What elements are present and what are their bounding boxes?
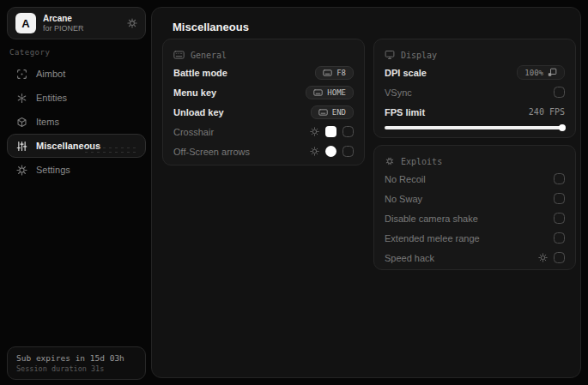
page-title: Miscellaneous (173, 21, 249, 33)
setting-label: Speed hack (385, 253, 434, 263)
setting-label: Disable camera shake (385, 214, 478, 224)
dotted-texture (83, 146, 138, 153)
main-panel: Miscellaneous General Battle mode F8 (151, 7, 581, 378)
setting-label: Extended melee range (385, 233, 480, 244)
gear-icon[interactable] (310, 127, 319, 136)
sidebar: A Arcane for PIONER Category Aimbot (0, 0, 151, 385)
setting-row-no-recoil: No Recoil (385, 169, 565, 189)
keyboard-icon (313, 89, 323, 96)
scale-icon (548, 68, 557, 77)
setting-label: DPI scale (385, 68, 427, 78)
setting-row-fps-limit: FPS limit 240 FPS (385, 102, 565, 122)
setting-row-vsync: VSync (385, 82, 565, 102)
setting-row-speed-hack: Speed hack (385, 248, 565, 268)
entities-icon (16, 93, 27, 104)
sidebar-item-aimbot[interactable]: Aimbot (7, 62, 146, 86)
setting-label: Battle mode (173, 68, 227, 78)
setting-row-unload-key: Unload key END (173, 102, 354, 122)
setting-row-no-sway: No Sway (385, 189, 565, 208)
color-swatch[interactable] (325, 126, 336, 137)
offscreen-arrows-checkbox[interactable] (342, 146, 354, 157)
disable-camera-shake-checkbox[interactable] (554, 213, 565, 224)
brand-card: A Arcane for PIONER (7, 7, 146, 39)
monitor-icon (385, 50, 395, 60)
display-section-card: Display DPI scale 100% VSync FPS l (373, 39, 576, 138)
dpi-scale-select[interactable]: 100% (517, 65, 565, 80)
setting-row-dpi-scale: DPI scale 100% (385, 63, 565, 82)
general-section-card: General Battle mode F8 Menu key HOME (162, 39, 365, 165)
display-section-header: Display (385, 47, 565, 63)
app-subtitle: for PIONER (43, 24, 120, 33)
keybind-button-unload-key[interactable]: END (311, 105, 354, 119)
sidebar-item-entities[interactable]: Entities (7, 86, 146, 110)
app-name: Arcane (43, 14, 120, 24)
setting-label: No Sway (385, 194, 422, 204)
setting-label: No Recoil (385, 174, 426, 184)
no-sway-checkbox[interactable] (554, 193, 565, 204)
subscription-info-card: Sub expires in 15d 03h Session duration … (7, 346, 146, 380)
slider-fill (385, 126, 565, 129)
gear-icon (16, 165, 27, 176)
setting-label: Crosshair (173, 127, 214, 137)
keyboard-icon (173, 51, 185, 59)
app-window: A Arcane for PIONER Category Aimbot (0, 0, 588, 385)
setting-label: Menu key (173, 87, 216, 98)
exploits-section-card: Exploits No Recoil No Sway Disable camer… (373, 145, 576, 270)
sub-expires-text: Sub expires in 15d 03h (16, 353, 136, 363)
gear-icon[interactable] (538, 253, 548, 262)
bug-icon (385, 156, 395, 166)
setting-row-crosshair: Crosshair (173, 122, 354, 141)
sidebar-item-label: Entities (36, 93, 67, 103)
aimbot-scan-icon (16, 69, 27, 80)
color-swatch[interactable] (325, 146, 336, 157)
general-section-header: General (173, 47, 354, 63)
keyboard-icon (318, 109, 328, 116)
sidebar-item-items[interactable]: Items (7, 110, 146, 134)
sidebar-nav: Aimbot Entities Items (7, 62, 146, 182)
setting-row-offscreen-arrows: Off-Screen arrows (173, 141, 354, 161)
no-recoil-checkbox[interactable] (554, 173, 565, 184)
sliders-icon (16, 141, 27, 152)
fps-limit-slider[interactable] (385, 126, 565, 129)
app-logo: A (15, 13, 36, 33)
setting-label: FPS limit (385, 107, 425, 117)
sidebar-item-label: Aimbot (36, 69, 65, 79)
slider-knob[interactable] (559, 124, 566, 131)
gear-icon[interactable] (127, 18, 137, 28)
sidebar-item-miscellaneous[interactable]: Miscellaneous (7, 134, 146, 158)
sidebar-item-label: Settings (36, 165, 70, 175)
sidebar-item-label: Items (36, 117, 59, 127)
keybind-button-battle-mode[interactable]: F8 (315, 66, 354, 80)
gear-icon[interactable] (310, 147, 319, 156)
setting-row-disable-camera-shake: Disable camera shake (385, 208, 565, 228)
vsync-checkbox[interactable] (554, 87, 565, 98)
session-duration-text: Session duration 31s (16, 364, 136, 373)
setting-label: Off-Screen arrows (173, 147, 250, 157)
speed-hack-checkbox[interactable] (554, 252, 565, 263)
setting-label: VSync (385, 87, 412, 98)
items-package-icon (16, 117, 27, 128)
keyboard-icon (323, 69, 332, 76)
fps-limit-value: 240 FPS (529, 107, 565, 117)
exploits-section-header: Exploits (385, 153, 565, 169)
setting-label: Unload key (173, 107, 224, 117)
extended-melee-range-checkbox[interactable] (554, 232, 565, 244)
setting-row-menu-key: Menu key HOME (173, 82, 354, 102)
sidebar-item-settings[interactable]: Settings (7, 158, 146, 182)
setting-row-extended-melee-range: Extended melee range (385, 228, 565, 248)
keybind-button-menu-key[interactable]: HOME (306, 86, 354, 99)
setting-row-battle-mode: Battle mode F8 (173, 63, 354, 82)
crosshair-checkbox[interactable] (342, 126, 354, 137)
category-label: Category (9, 48, 50, 57)
